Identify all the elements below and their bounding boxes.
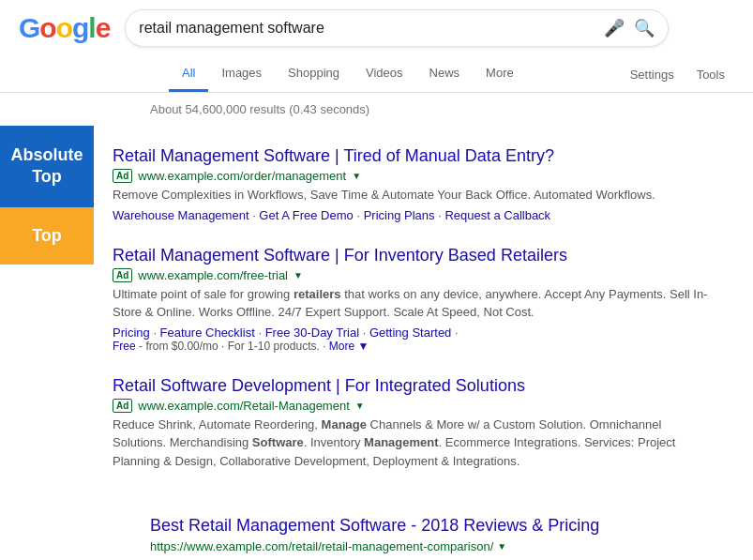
tab-news[interactable]: News xyxy=(416,56,474,92)
search-bar: 🎤 🔍 xyxy=(125,9,669,47)
ad-1-url-arrow: ▼ xyxy=(352,171,361,181)
ad-1-sitelinks: Warehouse Management · Get A Free Demo ·… xyxy=(113,208,715,222)
sitelink-trial[interactable]: Free 30-Day Trial xyxy=(265,325,359,340)
header-top: Google 🎤 🔍 xyxy=(19,9,734,56)
ad-item-3: Retail Software Development | For Integr… xyxy=(113,365,715,487)
tab-shopping[interactable]: Shopping xyxy=(275,56,353,92)
sitelink-pricing2[interactable]: Pricing xyxy=(113,325,150,340)
settings-link[interactable]: Settings xyxy=(621,58,684,91)
ad-3-bold1: Manage xyxy=(322,417,367,431)
microphone-icon[interactable]: 🎤 xyxy=(604,18,625,38)
tab-more[interactable]: More xyxy=(473,56,527,92)
results-count: About 54,600,000 results (0.43 seconds) xyxy=(0,93,753,126)
google-logo[interactable]: Google xyxy=(19,12,110,44)
tools-link[interactable]: Tools xyxy=(687,58,734,91)
ad-2-title[interactable]: Retail Management Software | For Invento… xyxy=(113,246,715,265)
ads-container: Absolute Top Top Retail Management Softw… xyxy=(0,126,753,495)
ad-badge-2: Ad xyxy=(113,268,132,282)
organic-1-url[interactable]: https://www.example.com/retail/retail-ma… xyxy=(150,539,493,553)
ad-2-desc-bold: retailers xyxy=(294,287,341,301)
ad-2-price-detail: - from $0.00/mo · For 1-10 products. · xyxy=(139,340,329,353)
sitelink-demo[interactable]: Get A Free Demo xyxy=(259,208,353,222)
ad-1-badge-row: Ad www.example.com/order/management ▼ xyxy=(113,169,715,183)
tab-all[interactable]: All xyxy=(169,56,208,92)
ad-2-desc-part1: Ultimate point of sale for growing xyxy=(113,287,294,301)
ad-3-desc-part3: . Inventory xyxy=(304,435,364,449)
tab-images[interactable]: Images xyxy=(208,56,275,92)
nav-tabs: All Images Shopping Videos News More xyxy=(19,56,527,92)
ad-1-title[interactable]: Retail Management Software | Tired of Ma… xyxy=(113,146,715,166)
sitelink-pricing[interactable]: Pricing Plans xyxy=(364,208,435,222)
ad-2-more-arrow: ▼ xyxy=(358,340,369,353)
ad-label-bar: Absolute Top Top xyxy=(0,126,94,495)
ad-3-title[interactable]: Retail Software Development | For Integr… xyxy=(113,376,715,396)
search-icons: 🎤 🔍 xyxy=(604,18,655,38)
ad-badge: Ad xyxy=(113,169,132,183)
organic-results: Best Retail Management Software - 2018 R… xyxy=(0,495,753,560)
ad-2-url-arrow: ▼ xyxy=(294,270,303,280)
sitelink-started[interactable]: Getting Started xyxy=(369,325,451,340)
ads-list: Retail Management Software | Tired of Ma… xyxy=(94,126,753,495)
nav-bar: All Images Shopping Videos News More Set… xyxy=(19,56,734,92)
ad-2-price-text: Free xyxy=(113,340,136,353)
ad-3-url[interactable]: www.example.com/Retail-Management xyxy=(138,399,349,413)
ad-item-2: Retail Management Software | For Invento… xyxy=(113,235,715,365)
search-input[interactable] xyxy=(139,20,604,37)
sitelink-callback[interactable]: Request a Callback xyxy=(444,208,550,222)
organic-1-url-arrow[interactable]: ▼ xyxy=(497,541,506,552)
ad-1-url[interactable]: www.example.com/order/management xyxy=(138,169,346,183)
ad-2-price: Free - from $0.00/mo · For 1-10 products… xyxy=(113,340,715,353)
ad-3-url-arrow: ▼ xyxy=(355,401,365,411)
results-area: About 54,600,000 results (0.43 seconds) … xyxy=(0,93,753,560)
ad-2-badge-row: Ad www.example.com/free-trial ▼ xyxy=(113,268,715,282)
ad-3-bold2: Software xyxy=(252,435,304,449)
ad-2-sitelinks: Pricing · Feature Checklist · Free 30-Da… xyxy=(113,325,715,340)
ad-item-1: Retail Management Software | Tired of Ma… xyxy=(113,135,715,235)
sitelink-checklist[interactable]: Feature Checklist xyxy=(160,325,255,340)
ad-badge-3: Ad xyxy=(113,399,132,413)
ad-2-more[interactable]: More xyxy=(329,340,354,353)
organic-item-1: Best Retail Management Software - 2018 R… xyxy=(150,505,715,560)
top-label: Top xyxy=(0,207,94,265)
organic-1-title[interactable]: Best Retail Management Software - 2018 R… xyxy=(150,516,715,536)
header: Google 🎤 🔍 All Images Shopping Videos Ne… xyxy=(0,0,753,93)
ad-1-description: Remove Complexities in Workflows, Save T… xyxy=(113,186,715,204)
ad-3-desc-part1: Reduce Shrink, Automate Reordering, xyxy=(113,417,322,431)
ad-3-badge-row: Ad www.example.com/Retail-Management ▼ xyxy=(113,399,715,413)
organic-1-url-row: https://www.example.com/retail/retail-ma… xyxy=(150,539,715,553)
ad-2-url[interactable]: www.example.com/free-trial xyxy=(138,268,288,282)
sitelink-warehouse[interactable]: Warehouse Management xyxy=(113,208,249,222)
ad-2-description: Ultimate point of sale for growing retai… xyxy=(113,285,715,322)
ad-3-description: Reduce Shrink, Automate Reordering, Mana… xyxy=(113,416,715,471)
absolute-top-label: Absolute Top xyxy=(0,126,94,207)
nav-settings: Settings Tools xyxy=(621,58,734,91)
search-icon[interactable]: 🔍 xyxy=(634,18,655,38)
ad-3-bold3: Management xyxy=(364,435,438,449)
tab-videos[interactable]: Videos xyxy=(353,56,416,92)
